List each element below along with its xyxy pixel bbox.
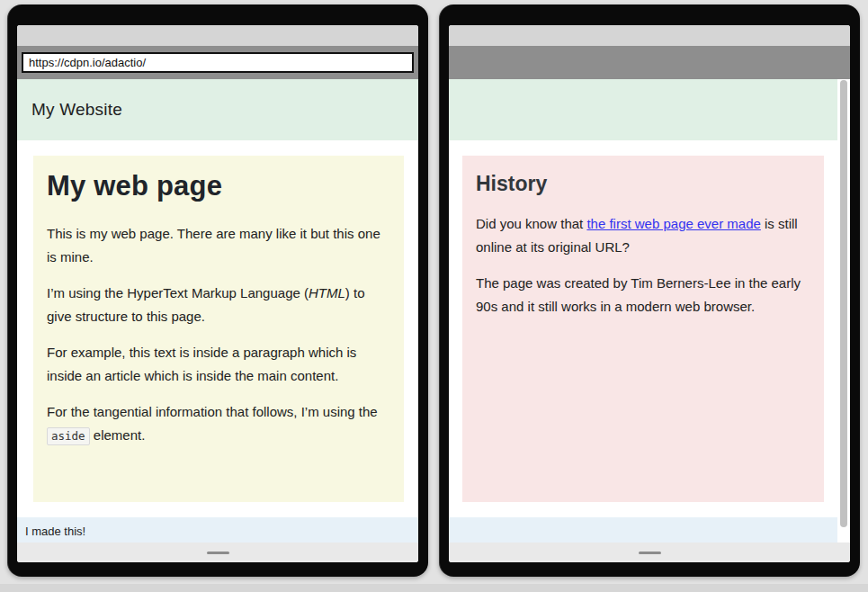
browser-viewport-scrolled: History Did you know that the first web … — [449, 79, 850, 543]
status-bar — [17, 25, 418, 46]
status-bar — [449, 25, 850, 46]
url-input[interactable] — [22, 52, 414, 73]
bottom-bar — [17, 543, 418, 562]
aside-paragraph-1: Did you know that the first web page eve… — [476, 212, 810, 259]
right-phone-screen: History Did you know that the first web … — [449, 25, 850, 562]
right-phone-frame: History Did you know that the first web … — [439, 4, 860, 577]
site-header-scrolled — [449, 79, 837, 140]
scrolled-page-content: History Did you know that the first web … — [449, 79, 837, 543]
browser-chrome-collapsed — [449, 46, 850, 79]
left-phone-frame: My Website My web page This is my web pa… — [7, 4, 428, 577]
paragraph-4-text-end: element. — [90, 427, 146, 443]
scrollbar-thumb[interactable] — [840, 80, 847, 527]
article-paragraph-2: I’m using the HyperText Markup Language … — [47, 282, 389, 328]
article: My web page This is my web page. There a… — [33, 156, 404, 502]
site-header: My Website — [17, 79, 418, 140]
site-title: My Website — [31, 100, 122, 120]
article-paragraph-3: For example, this text is inside a parag… — [47, 341, 389, 388]
browser-chrome — [17, 46, 418, 79]
footer-text: I made this! — [25, 525, 85, 538]
page-footer: I made this! — [17, 517, 418, 543]
first-web-page-link[interactable]: the first web page ever made — [586, 216, 760, 231]
aside-code-tag: aside — [47, 427, 90, 445]
page-footer — [449, 517, 837, 543]
aside-heading: History — [476, 172, 810, 196]
aside: History Did you know that the first web … — [462, 156, 824, 502]
aside-paragraph-2: The page was created by Tim Berners-Lee … — [476, 272, 810, 318]
article-paragraph-4: For the tangential information that foll… — [47, 400, 389, 448]
browser-viewport: My Website My web page This is my web pa… — [17, 79, 418, 543]
home-indicator — [207, 552, 229, 554]
article-heading: My web page — [47, 170, 389, 202]
article-paragraph-1: This is my web page. There are many like… — [47, 222, 389, 269]
html-italic-text: HTML — [309, 285, 345, 300]
paragraph-1-text: Did you know that — [476, 216, 586, 231]
bottom-bar — [449, 543, 850, 562]
paragraph-4-text: For the tangential information that foll… — [47, 404, 378, 419]
scrollbar-track[interactable] — [837, 79, 850, 543]
paragraph-2-text: I’m using the HyperText Markup Language … — [47, 285, 309, 300]
desk-background: { "colors": { "desk_bg": "#e2e2e2", "dev… — [0, 0, 868, 592]
left-phone-screen: My Website My web page This is my web pa… — [17, 25, 418, 562]
home-indicator — [639, 552, 661, 554]
